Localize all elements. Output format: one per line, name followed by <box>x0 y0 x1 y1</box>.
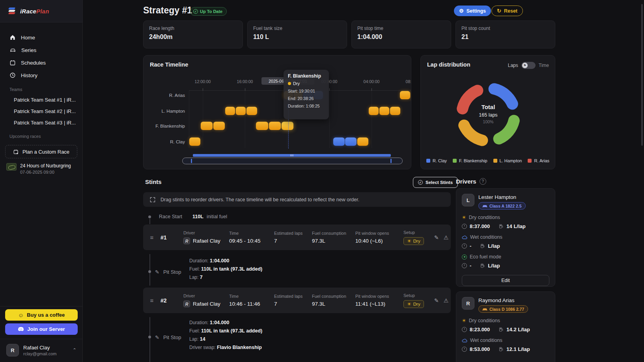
user-name: Rafael Clay <box>23 345 57 351</box>
stat-card-pit-time: Pit stop time 1:04.000 <box>351 20 451 48</box>
column-header-pit-window: Pit window opens <box>355 294 403 299</box>
chevron-up-icon[interactable]: ⌃ <box>73 347 77 353</box>
stint-block[interactable] <box>369 107 379 115</box>
wet-fuel-rate: 12.1 L/lap <box>506 346 530 352</box>
drag-handle-icon[interactable]: ≡ <box>143 234 161 241</box>
clock-icon <box>462 243 467 249</box>
join-server-button[interactable]: Join our Server <box>5 323 78 335</box>
stat-label: Pit stop time <box>357 26 445 31</box>
stint-block[interactable] <box>213 122 225 130</box>
stint-block[interactable] <box>333 137 345 146</box>
race-thumbnail <box>6 163 17 171</box>
stint-block[interactable] <box>269 122 281 130</box>
legend-item[interactable]: F. Blankenship <box>453 158 487 163</box>
help-icon[interactable]: ? <box>480 178 486 185</box>
stint-row-2[interactable]: ≡ #2 Driver RRafael Clay Time 10:46 - 11… <box>143 288 451 313</box>
stint-block[interactable] <box>256 122 268 130</box>
stats-row: Race length 24h00m Fuel tank size 110 L … <box>143 20 555 48</box>
setup-chip[interactable]: ☀Dry <box>403 300 424 308</box>
column-header-laps: Estimated laps <box>274 294 312 299</box>
stint-block[interactable] <box>225 107 235 115</box>
stint-block[interactable] <box>201 122 213 130</box>
lap-label: Lap: <box>189 336 198 342</box>
column-header-setup: Setup <box>403 293 429 298</box>
sequence-line <box>149 317 150 362</box>
stint-block[interactable] <box>400 91 410 99</box>
donut-center-label: Total 165 laps 100% <box>449 104 528 124</box>
wet-fuel-rate: L/lap <box>488 243 500 249</box>
laps-time-toggle[interactable]: ⚑ <box>521 62 536 69</box>
edit-driver-button[interactable]: Edit <box>462 275 549 286</box>
scrollbar-grip-icon[interactable] <box>291 154 293 156</box>
drag-expand-icon <box>149 197 156 203</box>
dry-laptime: 8:23.000 <box>470 327 490 332</box>
edit-pit-icon[interactable]: ✎ <box>155 269 159 275</box>
setup-chip[interactable]: ☀Dry <box>403 237 424 245</box>
edit-stint-icon[interactable]: ✎ <box>434 234 439 241</box>
logo[interactable]: iRacePlan <box>0 0 82 22</box>
initial-fuel-suffix: initial fuel <box>207 214 227 219</box>
legend-item[interactable]: R. Clay <box>426 158 447 163</box>
edit-pit-icon[interactable]: ✎ <box>155 334 159 340</box>
select-stints-button[interactable]: ✓ Select Stints <box>413 177 458 188</box>
stat-label: Fuel tank size <box>253 26 341 31</box>
stint-driver: Rafael Clay <box>193 301 220 307</box>
sidebar-item-home[interactable]: Home <box>0 31 82 44</box>
lap-donut-chart[interactable]: Total 165 laps 100% <box>449 75 528 154</box>
toggle-label-time[interactable]: Time <box>539 63 549 68</box>
stint-pit-window: 11:41 (~L13) <box>355 301 403 307</box>
stint-block[interactable] <box>411 91 411 99</box>
scrollbar[interactable] <box>641 4 643 146</box>
stint-block[interactable] <box>236 107 246 115</box>
stint-row-1[interactable]: ≡ #1 Driver RRafael Clay Time 09:45 - 10… <box>143 225 451 250</box>
sun-icon: ☀ <box>407 238 411 244</box>
range-handle-right[interactable] <box>390 159 392 163</box>
user-menu[interactable]: R Rafael Clay rclay@gmail.com ⌃ <box>0 339 83 362</box>
pit-stop-label: Pit Stop <box>163 334 181 340</box>
nav-label: Home <box>21 35 35 41</box>
edit-stint-icon[interactable]: ✎ <box>434 297 439 304</box>
stint-laps: 7 <box>274 301 312 307</box>
warning-icon[interactable]: ⚠ <box>444 297 449 304</box>
dry-fuel-rate: 14 L/lap <box>506 223 525 229</box>
stint-block[interactable] <box>189 137 200 146</box>
drag-handle-icon[interactable]: ≡ <box>143 297 161 304</box>
eco-fuel-rate: L/lap <box>488 263 500 269</box>
sidebar-item-team-1[interactable]: Patrick Team Seat #1 | iR... <box>0 94 82 106</box>
reset-button[interactable]: ↻ Reset <box>491 6 523 16</box>
calendar-icon <box>9 59 16 66</box>
stint-block[interactable] <box>379 107 389 115</box>
timeline-row-label: L. Hampton <box>162 109 185 113</box>
stint-block[interactable] <box>345 137 357 146</box>
legend-item[interactable]: L. Hampton <box>493 158 522 163</box>
column-header-setup: Setup <box>403 230 429 235</box>
toggle-label-laps[interactable]: Laps <box>508 63 518 68</box>
upcoming-race-item[interactable]: 24 Hours of Nurburgring 07-06-2025 09:00 <box>0 160 82 178</box>
stint-block[interactable] <box>390 107 400 115</box>
column-header-driver: Driver <box>183 230 229 235</box>
grid-line <box>371 91 372 148</box>
buy-coffee-button[interactable]: ☺ Buy us a coffee <box>5 309 78 321</box>
sidebar-item-team-3[interactable]: Patrick Team Seat #3 | iR... <box>0 117 82 128</box>
sidebar-item-team-2[interactable]: Patrick Team Seat #2 | iR... <box>0 106 82 117</box>
range-handle-left[interactable] <box>191 159 192 163</box>
warning-icon[interactable]: ⚠ <box>444 234 449 241</box>
stint-block[interactable] <box>357 137 368 146</box>
sidebar-item-history[interactable]: History <box>0 69 82 82</box>
sidebar-item-series[interactable]: Series <box>0 44 82 56</box>
column-header-time: Time <box>229 294 274 299</box>
legend-item[interactable]: R. Arias <box>528 158 549 163</box>
settings-button[interactable]: ⚙ Settings <box>454 6 491 16</box>
plan-custom-race-button[interactable]: Plan a Custom Race <box>5 145 77 158</box>
stint-block[interactable] <box>282 122 293 130</box>
timeline-scrollbar[interactable] <box>193 154 391 157</box>
join-server-label: Join our Server <box>27 326 65 332</box>
sidebar-item-schedules[interactable]: Schedules <box>0 56 82 69</box>
clock-icon <box>462 263 467 268</box>
user-email: rclay@gmail.com <box>23 351 57 356</box>
team-label: Patrick Team Seat #3 | iR... <box>14 120 76 126</box>
stint-block[interactable] <box>246 107 257 115</box>
nav-label: Schedules <box>21 60 46 66</box>
tooltip-condition: Dry <box>293 81 300 86</box>
timeline-range-navigator[interactable] <box>182 158 403 164</box>
